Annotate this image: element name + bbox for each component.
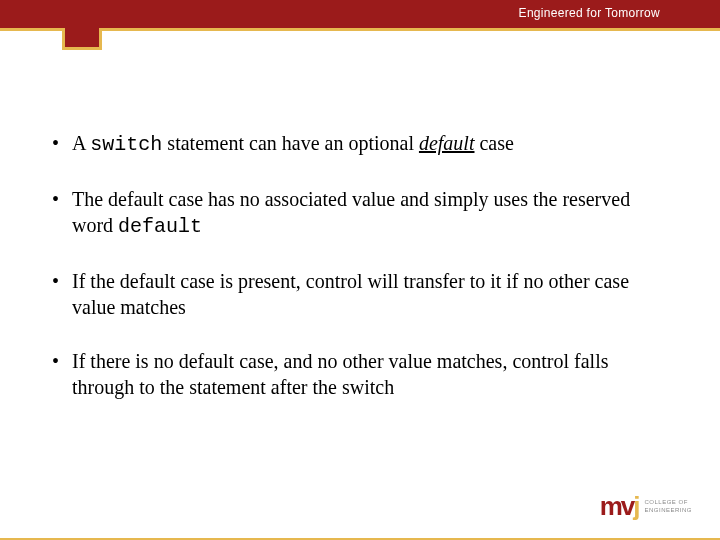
header-tagline: Engineered for Tomorrow — [519, 6, 660, 20]
list-item: The default case has no associated value… — [48, 186, 672, 240]
bullet-text: case — [474, 132, 513, 154]
slide-content: A switch statement can have an optional … — [48, 130, 672, 428]
logo-mark: mvj — [600, 491, 639, 522]
accent-line — [0, 28, 720, 31]
code-text: switch — [90, 133, 162, 156]
list-item: If the default case is present, control … — [48, 268, 672, 320]
code-text: default — [118, 215, 202, 238]
logo-letter-m: m — [600, 491, 621, 521]
bullet-text: If the default case is present, control … — [72, 270, 629, 318]
bullet-text: statement can have an optional — [162, 132, 419, 154]
logo-letter-j: j — [633, 491, 638, 521]
list-item: If there is no default case, and no othe… — [48, 348, 672, 400]
list-item: A switch statement can have an optional … — [48, 130, 672, 158]
bullet-text: A — [72, 132, 90, 154]
header-bar: Engineered for Tomorrow — [0, 0, 720, 28]
footer-logo: mvj COLLEGE OF ENGINEERING — [600, 491, 692, 522]
logo-text-line: COLLEGE OF — [644, 499, 692, 506]
header-notch — [62, 28, 102, 50]
logo-subtext: COLLEGE OF ENGINEERING — [644, 499, 692, 513]
bullet-text: If there is no default case, and no othe… — [72, 350, 608, 398]
emphasis-text: default — [419, 132, 475, 154]
logo-letter-v: v — [621, 491, 633, 521]
bullet-list: A switch statement can have an optional … — [48, 130, 672, 400]
logo-text-line: ENGINEERING — [644, 507, 692, 514]
